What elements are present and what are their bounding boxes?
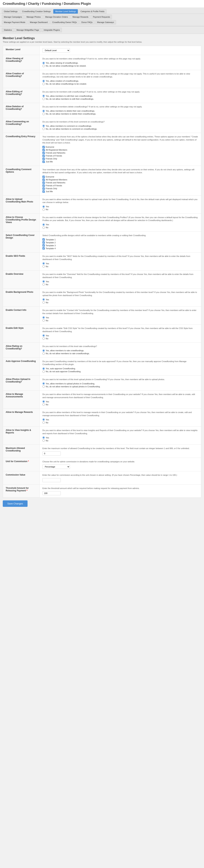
manage-announcements-no[interactable]: No xyxy=(42,403,198,406)
view-insights-no-radio[interactable] xyxy=(42,439,45,442)
comment-just-me[interactable]: Just Me xyxy=(42,190,198,193)
allow-creation-no[interactable]: No, do not allow crowdfundings to be cre… xyxy=(42,83,198,85)
allow-photos-upload-yes-radio[interactable] xyxy=(42,382,45,385)
allow-photos-upload-no-radio[interactable] xyxy=(42,385,45,388)
allow-deletion-yes-radio[interactable] xyxy=(42,110,45,112)
privacy-friends-of-friends-cb[interactable] xyxy=(42,155,45,157)
edit-style-no[interactable]: No xyxy=(42,337,198,340)
allow-commenting-yes-radio[interactable] xyxy=(42,125,45,127)
allow-editing-yes[interactable]: Yes, allow members to edit their own cro… xyxy=(42,95,198,97)
auto-approve-no[interactable]: No, do not auto-approve Crowdfunding. xyxy=(42,370,198,373)
comment-just-me-cb[interactable] xyxy=(42,190,45,193)
edit-style-no-radio[interactable] xyxy=(42,337,45,340)
privacy-everyone[interactable]: Everyone xyxy=(42,146,198,148)
upload-photo-no-radio[interactable] xyxy=(42,208,45,211)
allow-rating-yes[interactable]: Yes, allow members to rate crowdfundings… xyxy=(42,349,198,352)
comment-everyone-cb[interactable] xyxy=(42,176,45,178)
allow-commenting-no[interactable]: No, do not allow members to comment on c… xyxy=(42,128,198,130)
auto-approve-yes-radio[interactable] xyxy=(42,367,45,370)
overview-no-radio[interactable] xyxy=(42,283,45,286)
seo-no-radio[interactable] xyxy=(42,265,45,268)
tab-manage-widgetbar-page[interactable]: Manage WidgetBar Page xyxy=(14,28,41,32)
allow-creation-yes-radio[interactable] xyxy=(42,80,45,82)
allow-deletion-no-radio[interactable] xyxy=(42,113,45,115)
overview-yes[interactable]: Yes xyxy=(42,280,198,283)
allow-editing-no[interactable]: No, do not allow members to edit their c… xyxy=(42,98,198,100)
seo-yes[interactable]: Yes xyxy=(42,262,198,265)
comment-friends-of-friends[interactable]: Friends of Friends xyxy=(42,184,198,187)
view-insights-yes[interactable]: Yes xyxy=(42,436,198,439)
comment-friends-only-cb[interactable] xyxy=(42,187,45,190)
allow-viewing-yes[interactable]: Yes, allow viewing of crowdfundings. xyxy=(42,62,198,64)
comment-friends-of-friends-cb[interactable] xyxy=(42,184,45,187)
comment-friends-networks[interactable]: Friends and Networks xyxy=(42,182,198,184)
tab-payment-requests[interactable]: Payment Requests xyxy=(91,15,112,19)
template-4-cb[interactable] xyxy=(42,247,45,250)
manage-rewards-no-radio[interactable] xyxy=(42,421,45,424)
template-2-cb[interactable] xyxy=(42,241,45,244)
view-insights-no[interactable]: No xyxy=(42,439,198,442)
allow-commenting-no-radio[interactable] xyxy=(42,128,45,130)
template-3[interactable]: Template 3 xyxy=(42,244,198,247)
allow-rating-no-radio[interactable] xyxy=(42,352,45,355)
bg-photo-no-radio[interactable] xyxy=(42,301,45,304)
tab-manage-rewards[interactable]: Manage Rewards xyxy=(70,15,90,19)
seo-no[interactable]: No xyxy=(42,265,198,268)
privacy-all-registered[interactable]: All Registered Members xyxy=(42,149,198,151)
allow-editing-yes-radio[interactable] xyxy=(42,95,45,97)
manage-rewards-yes-radio[interactable] xyxy=(42,418,45,421)
comment-all-registered[interactable]: All Registered Members xyxy=(42,179,198,181)
tab-global-settings[interactable]: Global Settings xyxy=(2,9,20,13)
allow-creation-yes[interactable]: Yes, allow creation of crowdfundings. xyxy=(42,80,198,82)
template-1-cb[interactable] xyxy=(42,238,45,241)
tab-manage-dashboard[interactable]: Manage Dashboard xyxy=(28,20,50,25)
privacy-just-me-cb[interactable] xyxy=(42,160,45,163)
commission-value-input[interactable] xyxy=(42,478,61,482)
tab-integrable-plugins[interactable]: Integrable Plugins xyxy=(42,28,62,32)
allow-deletion-no[interactable]: No, do not allow members to delete their… xyxy=(42,113,198,115)
allow-creation-no-radio[interactable] xyxy=(42,83,45,85)
privacy-friends-networks[interactable]: Friends and Networks xyxy=(42,152,198,154)
manage-announcements-yes-radio[interactable] xyxy=(42,400,45,403)
comment-friends-networks-cb[interactable] xyxy=(42,182,45,184)
privacy-just-me[interactable]: Just Me xyxy=(42,160,198,163)
manage-rewards-yes[interactable]: Yes xyxy=(42,418,198,421)
tab-manage-donation-orders[interactable]: Manage Donation Orders xyxy=(43,15,70,19)
tab-creation-settings[interactable]: Crowdfunding Creation Settings xyxy=(20,9,53,13)
tab-categories-profile-fields[interactable]: Categories & Profile Fields xyxy=(78,9,106,13)
auto-approve-no-radio[interactable] xyxy=(42,370,45,373)
template-4[interactable]: Template 4 xyxy=(42,247,198,250)
manage-announcements-no-radio[interactable] xyxy=(42,403,45,406)
design-views-no-radio[interactable] xyxy=(42,226,45,229)
edit-style-yes-radio[interactable] xyxy=(42,334,45,337)
tab-manage-photos[interactable]: Manage Photos xyxy=(25,15,43,19)
design-views-yes-radio[interactable] xyxy=(42,223,45,226)
contact-info-no[interactable]: No xyxy=(42,319,198,322)
manage-announcements-yes[interactable]: Yes xyxy=(42,400,198,403)
tab-manage-campaigns[interactable]: Manage Campaigns xyxy=(2,15,24,19)
upload-photo-no[interactable]: No xyxy=(42,208,198,211)
template-2[interactable]: Template 2 xyxy=(42,241,198,244)
contact-info-yes-radio[interactable] xyxy=(42,316,45,319)
template-3-cb[interactable] xyxy=(42,244,45,247)
upload-photo-yes[interactable]: Yes xyxy=(42,206,198,208)
privacy-friends-networks-cb[interactable] xyxy=(42,152,45,154)
allow-viewing-yes-radio[interactable] xyxy=(42,62,45,64)
allow-viewing-no-radio[interactable] xyxy=(42,65,45,67)
allow-deletion-yes[interactable]: Yes, allow members to delete their own c… xyxy=(42,110,198,112)
design-views-yes[interactable]: Yes xyxy=(42,223,198,226)
commission-unit-select[interactable]: Percentage xyxy=(42,465,70,469)
privacy-friends-only[interactable]: Friends Only xyxy=(42,158,198,160)
design-views-no[interactable]: No xyxy=(42,226,198,229)
allow-commenting-yes[interactable]: Yes, allow members to comment on crowdfu… xyxy=(42,125,198,127)
view-insights-yes-radio[interactable] xyxy=(42,436,45,439)
tab-statistics[interactable]: Statistics xyxy=(2,28,14,32)
bg-photo-yes-radio[interactable] xyxy=(42,298,45,301)
upload-photo-yes-radio[interactable] xyxy=(42,206,45,208)
comment-friends-only[interactable]: Friends Only xyxy=(42,187,198,190)
allow-rating-yes-radio[interactable] xyxy=(42,349,45,352)
bg-photo-no[interactable]: No xyxy=(42,301,198,304)
tab-manage-gateways[interactable]: Manage Gateways xyxy=(95,20,116,25)
save-button[interactable]: Save Changes xyxy=(3,500,28,507)
overview-yes-radio[interactable] xyxy=(42,280,45,283)
